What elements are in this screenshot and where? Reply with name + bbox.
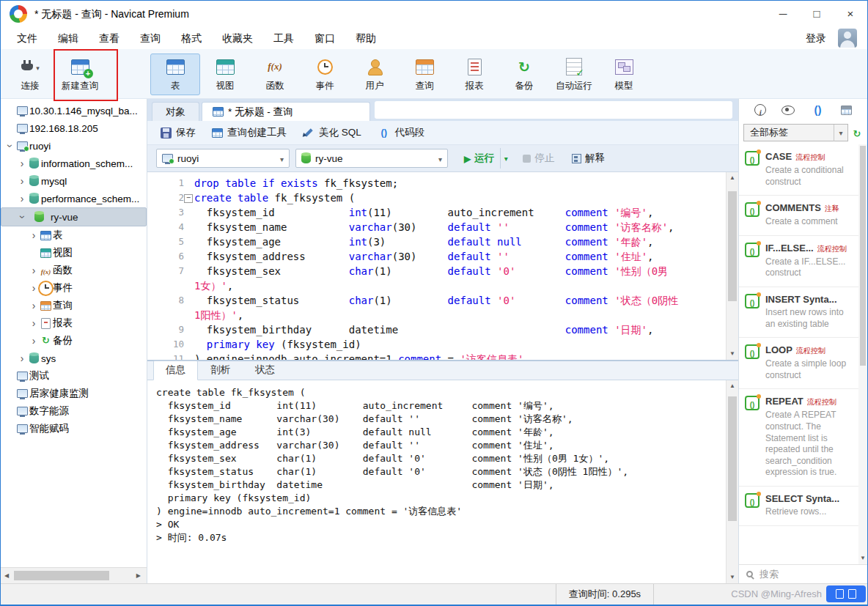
editor-line[interactable]: 11) engine=innodb auto_increment=1 comme… (147, 352, 726, 360)
stop-button[interactable]: 停止 (517, 152, 560, 165)
menu-item[interactable]: 工具 (263, 27, 304, 49)
scrollbar-thumb[interactable] (14, 571, 109, 580)
sidebar-item[interactable]: 表 (1, 226, 147, 244)
snippet-item[interactable]: REPEAT流程控制Create A REPEAT construct. The… (739, 389, 858, 487)
snippet-item[interactable]: INSERT Synta...Insert new rows into an e… (739, 287, 858, 338)
run-options-icon[interactable] (500, 148, 511, 169)
fold-toggle-icon[interactable] (184, 194, 193, 203)
scroll-down-icon[interactable] (858, 555, 867, 562)
toolbar-item-automation[interactable]: 自动运行 (549, 53, 599, 95)
tree-arrow-icon[interactable] (29, 282, 39, 294)
snippet-item[interactable]: COMMENTS注释Create a comment (739, 196, 858, 236)
connection-select[interactable]: ruoyi (156, 149, 290, 168)
editor-line[interactable]: 7 fksystem_sex char(1) default '0' comme… (147, 264, 726, 278)
csdn-widget[interactable] (826, 585, 866, 602)
explain-button[interactable]: 解释 (566, 152, 611, 165)
editor-line[interactable]: 3 fksystem_id int(11) auto_increment com… (147, 205, 726, 220)
ddl-tab-icon[interactable] (841, 106, 852, 115)
tree-arrow-icon[interactable] (29, 229, 39, 241)
tree-arrow-icon[interactable] (17, 212, 29, 222)
editor-line[interactable]: 5 fksystem_age int(3) default null comme… (147, 234, 726, 249)
code-snippet-tab-icon[interactable] (811, 103, 825, 117)
snippet-item[interactable]: LOOP流程控制Create a simple loop construct (739, 338, 858, 389)
sidebar-item[interactable]: 10.30.1.146_mysql_ba... (1, 102, 147, 119)
tree-arrow-icon[interactable] (17, 193, 27, 204)
sidebar-item[interactable]: 事件 (1, 279, 147, 297)
snippet-item[interactable]: SELECT Synta...Retrieve rows... (739, 487, 858, 526)
scrollbar-thumb[interactable] (860, 146, 866, 366)
snippet-item[interactable]: IF...ELSE...流程控制Create a IF...ELSE... co… (739, 236, 858, 287)
toolbar-item-query[interactable]: 查询 (400, 53, 449, 95)
editor-line[interactable]: 6 fksystem_address varchar(30) default '… (147, 249, 726, 264)
sidebar-item[interactable]: 函数 (1, 262, 147, 279)
scroll-down-icon[interactable] (727, 350, 738, 358)
scroll-up-icon[interactable] (727, 174, 738, 182)
query-builder-button[interactable]: 查询创建工具 (205, 123, 294, 142)
save-button[interactable]: 保存 (153, 123, 203, 142)
snippet-item[interactable]: CASE流程控制Create a conditional construct (739, 144, 858, 196)
sidebar-item[interactable]: 192.168.18.205 (1, 119, 147, 137)
login-link[interactable]: 登录 (806, 27, 826, 49)
editor-line[interactable]: 8 fksystem_status char(1) default '0' co… (147, 293, 726, 308)
tree-arrow-icon[interactable] (29, 300, 39, 311)
editor-line[interactable]: 1drop table if exists fk_fksystem; (147, 176, 726, 191)
result-tab[interactable]: 剖析 (198, 361, 243, 380)
tree-arrow-icon[interactable] (17, 158, 27, 169)
menu-item[interactable]: 窗口 (304, 27, 345, 49)
scroll-up-icon[interactable] (727, 383, 738, 390)
result-scrollbar[interactable] (726, 380, 738, 583)
sidebar-item[interactable]: ry-vue (1, 207, 147, 226)
sql-editor[interactable]: 1drop table if exists fk_fksystem;2creat… (147, 172, 726, 360)
snippet-search[interactable]: 搜索 (739, 564, 867, 583)
maximize-button[interactable]: □ (800, 1, 834, 27)
sidebar-item[interactable]: performance_schem... (1, 190, 147, 207)
preview-eye-icon[interactable] (781, 106, 795, 115)
snippet-filter-select[interactable]: 全部标签 (743, 124, 848, 141)
scroll-left-icon[interactable] (4, 572, 9, 580)
scroll-down-icon[interactable] (727, 574, 738, 581)
beautify-sql-button[interactable]: 美化 SQL (295, 123, 369, 142)
tab-query[interactable]: * 无标题 - 查询 (202, 102, 370, 121)
editor-line[interactable]: 1女）', (147, 278, 726, 293)
sidebar-item[interactable]: 智能赋码 (1, 420, 147, 437)
sidebar-item[interactable]: 报表 (1, 314, 147, 332)
tree-arrow-icon[interactable] (17, 352, 27, 364)
toolbar-item-function[interactable]: 函数 (250, 53, 300, 95)
toolbar-item-backup[interactable]: 备份 (499, 53, 549, 95)
sidebar-hscrollbar[interactable] (1, 567, 147, 583)
sidebar-item[interactable]: 居家健康监测 (1, 385, 147, 402)
close-button[interactable]: × (834, 1, 867, 27)
tree-arrow-icon[interactable] (29, 335, 39, 347)
tab-objects[interactable]: 对象 (152, 102, 199, 121)
database-select[interactable]: ry-vue (295, 149, 448, 168)
editor-line[interactable]: 9 fksystem_birthday datetime comment '日期… (147, 322, 726, 337)
menu-item[interactable]: 编辑 (48, 27, 89, 49)
snippet-scrollbar[interactable] (858, 144, 867, 564)
sidebar-item[interactable]: information_schem... (1, 155, 147, 172)
sidebar-item[interactable]: 备份 (1, 332, 147, 350)
menu-item[interactable]: 查询 (130, 27, 171, 49)
run-button[interactable]: 运行 (458, 149, 511, 168)
minimize-button[interactable]: ─ (766, 1, 800, 27)
refresh-icon[interactable] (851, 127, 863, 138)
tree-arrow-icon[interactable] (4, 141, 16, 151)
sidebar-item[interactable]: mysql (1, 172, 147, 190)
sidebar-item[interactable]: ruoyi (1, 137, 147, 155)
sidebar-item[interactable]: 数字能源 (1, 402, 147, 420)
menu-item[interactable]: 格式 (171, 27, 212, 49)
menu-item[interactable]: 查看 (89, 27, 130, 49)
tree-arrow-icon[interactable] (17, 175, 27, 187)
editor-line[interactable]: 10 primary key (fksystem_id) (147, 337, 726, 352)
tree-arrow-icon[interactable] (29, 317, 39, 329)
info-icon[interactable] (754, 104, 766, 116)
avatar[interactable] (838, 29, 857, 48)
toolbar-item-model[interactable]: 模型 (599, 53, 649, 95)
toolbar-item-event[interactable]: 事件 (300, 53, 350, 95)
scrollbar-thumb[interactable] (728, 191, 737, 301)
editor-line[interactable]: 4 fksystem_name varchar(30) default '' c… (147, 220, 726, 234)
menu-item[interactable]: 文件 (7, 27, 48, 49)
editor-scrollbar[interactable] (726, 172, 738, 360)
toolbar-item-connection[interactable]: 连接 (5, 53, 55, 95)
scroll-right-icon[interactable] (136, 572, 141, 580)
sidebar-item[interactable]: 测试 (1, 367, 147, 385)
